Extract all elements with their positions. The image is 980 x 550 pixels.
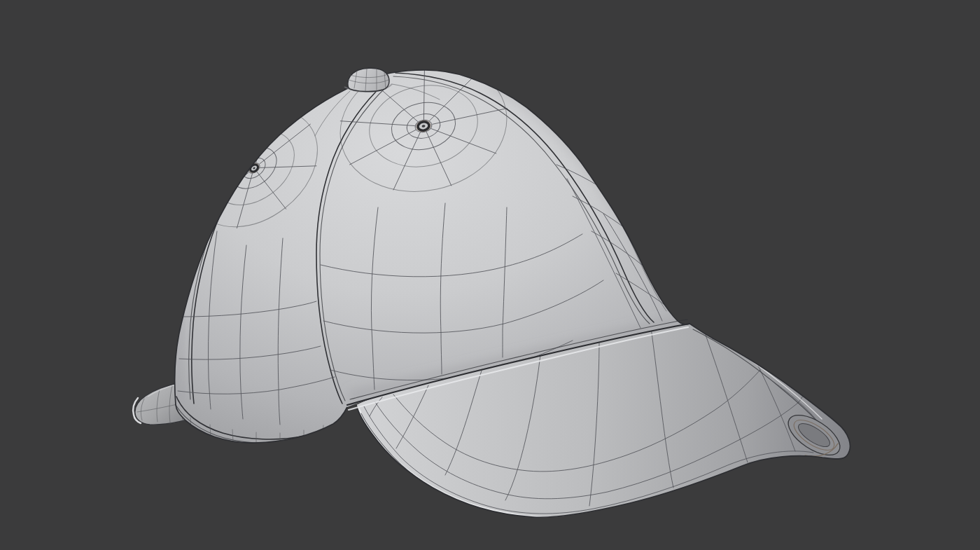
cap-render-svg <box>0 0 980 550</box>
viewport-3d-render <box>0 0 980 550</box>
